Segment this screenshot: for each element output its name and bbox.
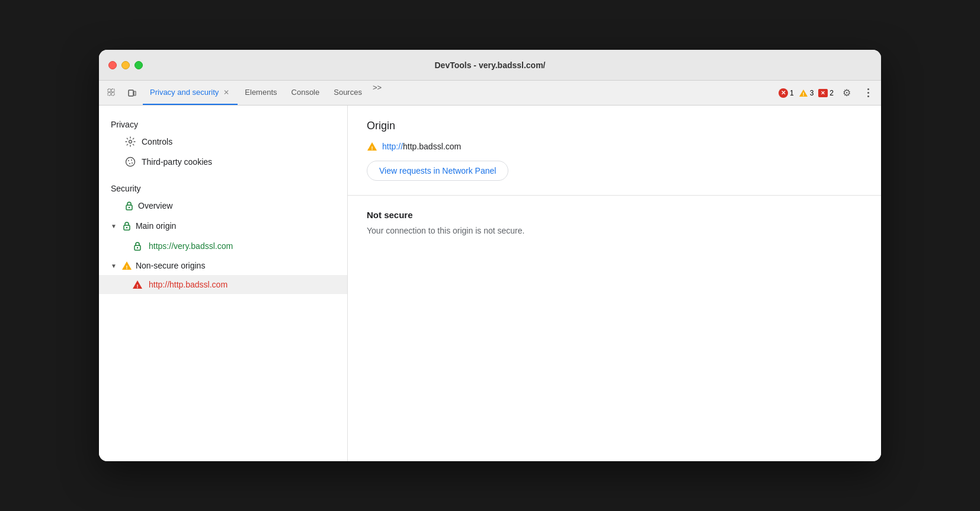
tab-sources-label: Sources <box>334 88 362 97</box>
traffic-lights <box>108 61 143 69</box>
sidebar-item-http-badssl[interactable]: ! http://http.badssl.com <box>99 275 347 294</box>
view-requests-label: View requests in Network Panel <box>379 166 496 175</box>
tab-bar: Privacy and security ✕ Elements Console … <box>99 81 881 106</box>
main-origin-arrow-icon: ▼ <box>111 223 117 229</box>
svg-rect-3 <box>111 92 114 95</box>
svg-point-12 <box>129 163 130 164</box>
error-badge[interactable]: ✕ 1 <box>779 88 794 98</box>
maximize-button[interactable] <box>134 61 143 69</box>
gear-icon <box>125 136 136 147</box>
more-options-icon[interactable] <box>860 85 876 101</box>
svg-point-9 <box>126 158 135 167</box>
svg-rect-4 <box>129 90 133 96</box>
warning-red-icon: ! <box>132 280 143 289</box>
error-count: 1 <box>790 89 794 97</box>
tab-privacy-security[interactable]: Privacy and security ✕ <box>143 81 238 105</box>
tab-privacy-security-label: Privacy and security <box>150 88 219 97</box>
view-requests-button[interactable]: View requests in Network Panel <box>367 161 508 181</box>
sidebar-item-third-party-cookies[interactable]: Third-party cookies <box>99 152 347 172</box>
error-icon: ✕ <box>779 88 788 98</box>
cookie-icon <box>125 157 136 167</box>
more-tabs-button[interactable]: >> <box>369 81 385 105</box>
svg-point-15 <box>129 207 130 208</box>
svg-text:!: ! <box>371 145 373 151</box>
close-button[interactable] <box>108 61 117 69</box>
window-title: DevTools - very.badssl.com/ <box>435 60 546 70</box>
svg-point-19 <box>137 247 138 248</box>
svg-text:!: ! <box>126 264 127 270</box>
warning-orange-icon: ! <box>367 142 377 151</box>
third-party-cookies-label: Third-party cookies <box>142 157 212 167</box>
lock-green-main-origin-icon <box>121 221 132 231</box>
select-element-icon[interactable] <box>104 85 120 101</box>
sidebar-section-security: Security <box>99 179 347 196</box>
svg-point-17 <box>126 227 127 228</box>
info-icon: ✕ <box>818 89 828 97</box>
lock-green-overview-icon <box>124 200 134 211</box>
svg-point-13 <box>132 162 133 164</box>
url-rest: http.badssl.com <box>403 142 461 151</box>
origin-section: Origin ! http://http.badssl.com View req… <box>348 106 881 195</box>
tab-console-label: Console <box>292 88 320 97</box>
info-badge[interactable]: ✕ 2 <box>818 89 834 97</box>
devtools-window: DevTools - very.badssl.com/ Priva <box>99 50 881 461</box>
tab-bar-right: ✕ 1 ! 3 ✕ 2 ⚙ <box>779 81 876 105</box>
overview-label: Overview <box>138 201 172 210</box>
sidebar-item-non-secure-origins[interactable]: ▼ ! Non-secure origins <box>99 256 347 275</box>
lock-green-sub-icon <box>132 241 143 251</box>
sidebar-item-main-origin[interactable]: ▼ Main origin <box>99 216 347 236</box>
svg-rect-2 <box>108 92 111 95</box>
warning-triangle-icon: ! <box>799 89 808 97</box>
title-bar: DevTools - very.badssl.com/ <box>99 50 881 81</box>
settings-icon[interactable]: ⚙ <box>838 85 855 101</box>
device-toolbar-icon[interactable] <box>124 85 140 101</box>
warning-badge[interactable]: ! 3 <box>799 89 814 97</box>
info-count: 2 <box>830 89 834 97</box>
svg-rect-0 <box>108 89 111 92</box>
svg-point-11 <box>131 159 132 161</box>
svg-point-10 <box>128 160 129 161</box>
security-section: Not secure Your connection to this origi… <box>348 195 881 251</box>
not-secure-title: Not secure <box>367 210 862 220</box>
tab-elements-label: Elements <box>245 88 277 97</box>
tab-close-icon[interactable]: ✕ <box>222 87 230 98</box>
tab-console[interactable]: Console <box>284 81 327 105</box>
sidebar-item-https-very-badssl[interactable]: https://very.badssl.com <box>99 236 347 256</box>
non-secure-origins-label: Non-secure origins <box>136 261 206 270</box>
controls-label: Controls <box>142 137 172 146</box>
right-panel: Origin ! http://http.badssl.com View req… <box>348 106 881 461</box>
main-origin-label: Main origin <box>136 221 176 231</box>
warning-non-secure-icon: ! <box>121 261 132 270</box>
non-secure-arrow-icon: ▼ <box>111 263 117 269</box>
svg-rect-5 <box>134 91 136 95</box>
sidebar-section-privacy: Privacy <box>99 115 347 132</box>
minimize-button[interactable] <box>121 61 130 69</box>
svg-text:!: ! <box>802 91 804 97</box>
main-content: Privacy Controls Third-party cookies <box>99 106 881 461</box>
https-very-badssl-label: https://very.badssl.com <box>149 241 233 251</box>
sidebar: Privacy Controls Third-party cookies <box>99 106 348 461</box>
warning-count: 3 <box>810 89 814 97</box>
http-badssl-label: http://http.badssl.com <box>149 280 228 289</box>
url-scheme: http:// <box>382 142 403 151</box>
origin-url-row: ! http://http.badssl.com <box>367 142 862 151</box>
sidebar-item-controls[interactable]: Controls <box>99 132 347 152</box>
svg-rect-1 <box>111 89 114 92</box>
tab-sources[interactable]: Sources <box>326 81 369 105</box>
tab-elements[interactable]: Elements <box>238 81 284 105</box>
not-secure-description: Your connection to this origin is not se… <box>367 225 862 237</box>
origin-title: Origin <box>367 120 862 132</box>
origin-url: http://http.badssl.com <box>382 142 461 151</box>
svg-text:!: ! <box>137 283 139 289</box>
toolbar-icons <box>104 81 140 105</box>
sidebar-item-overview[interactable]: Overview <box>99 196 347 216</box>
svg-point-8 <box>129 140 132 143</box>
